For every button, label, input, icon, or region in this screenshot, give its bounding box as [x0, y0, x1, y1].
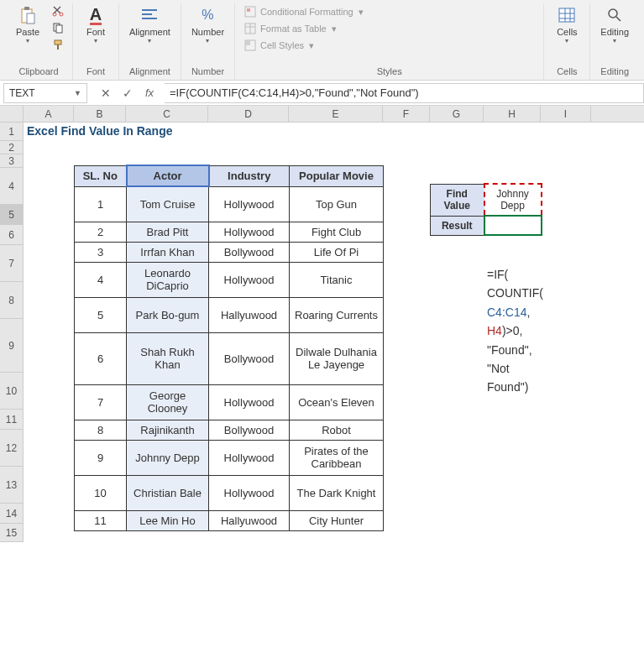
fx-button[interactable]: fx [139, 85, 160, 102]
row-header[interactable]: 7 [0, 245, 24, 282]
ribbon-group-font: A Font ▾ Font [73, 3, 119, 80]
table-row: 10Christian BaleHollywoodThe Dark Knight [75, 475, 384, 510]
find-value-cell[interactable]: Johnny Depp [484, 184, 542, 216]
cell-industry[interactable]: Bollywood [209, 242, 290, 262]
row-header[interactable]: 2 [0, 141, 24, 154]
conditional-formatting-button[interactable]: Conditional Formatting▾ [240, 3, 367, 20]
cell-slno[interactable]: 1 [75, 186, 127, 222]
cell-movie[interactable]: Top Gun [290, 186, 384, 222]
table-icon [243, 22, 257, 35]
cell-movie[interactable]: Fight Club [290, 222, 384, 242]
copy-button[interactable] [49, 20, 67, 35]
row-header[interactable]: 12 [0, 430, 24, 467]
cell-actor[interactable]: Christian Bale [127, 475, 209, 510]
th-industry: Industry [209, 165, 290, 186]
cell-actor[interactable]: Brad Pitt [127, 222, 209, 242]
row-header[interactable]: 14 [0, 504, 24, 524]
format-painter-button[interactable] [49, 37, 67, 52]
cell-actor[interactable]: Park Bo-gum [127, 297, 209, 332]
cell-actor[interactable]: Lee Min Ho [127, 510, 209, 530]
cell-industry[interactable]: Hallyuwood [209, 510, 290, 530]
format-as-table-button[interactable]: Format as Table▾ [240, 20, 367, 37]
row-header[interactable]: 11 [0, 410, 24, 430]
cell-slno[interactable]: 7 [75, 384, 127, 420]
select-all-corner[interactable] [0, 106, 24, 122]
cell-actor[interactable]: Leonardo DiCaprio [127, 262, 209, 297]
row-header[interactable]: 1 [0, 123, 24, 141]
cut-button[interactable] [49, 3, 67, 18]
cell-actor[interactable]: Rajinikanth [127, 420, 209, 440]
cell-movie[interactable]: Life Of Pi [290, 242, 384, 262]
cell-industry[interactable]: Hollywood [209, 475, 290, 510]
formula-input[interactable]: =IF(COUNTIF(C4:C14,H4)>0,"Found","Not Fo… [165, 83, 644, 103]
caret-icon: ▾ [206, 37, 209, 44]
cell-slno[interactable]: 11 [75, 510, 127, 530]
ribbon-group-label: Styles [240, 64, 538, 80]
cell-movie[interactable]: Ocean's Eleven [290, 384, 384, 420]
cell-movie[interactable]: Dilwale Dulhania Le Jayenge [290, 332, 384, 384]
cell-industry[interactable]: Hollywood [209, 186, 290, 222]
cell-slno[interactable]: 10 [75, 475, 127, 510]
cell-movie[interactable]: Roaring Currents [290, 297, 384, 332]
alignment-icon [139, 5, 160, 25]
row-header[interactable]: 10 [0, 373, 24, 410]
row-header[interactable]: 13 [0, 467, 24, 504]
column-header[interactable]: C [126, 106, 208, 122]
cell-industry[interactable]: Bollywood [209, 332, 290, 384]
cell-movie[interactable]: Titanic [290, 262, 384, 297]
cell-industry[interactable]: Hollywood [209, 222, 290, 242]
column-header[interactable]: H [484, 106, 541, 122]
alignment-button[interactable]: Alignment ▾ [124, 3, 175, 46]
cell-industry[interactable]: Hollywood [209, 384, 290, 420]
cell-slno[interactable]: 9 [75, 440, 127, 475]
cells-area[interactable]: Excel Find Value In Range SL. No Actor I… [24, 123, 644, 658]
cell-slno[interactable]: 4 [75, 262, 127, 297]
cell-actor[interactable]: Shah Rukh Khan [127, 332, 209, 384]
row-header[interactable]: 15 [0, 524, 24, 542]
cell-movie[interactable]: Pirates of the Caribbean [290, 440, 384, 475]
cell-industry[interactable]: Hollywood [209, 262, 290, 297]
cells-button[interactable]: Cells ▾ [549, 3, 584, 46]
cell-slno[interactable]: 5 [75, 297, 127, 332]
cancel-formula-button[interactable]: ✕ [96, 85, 116, 102]
column-header[interactable]: A [24, 106, 74, 122]
cell-industry[interactable]: Hollywood [209, 440, 290, 475]
column-header[interactable]: F [383, 106, 430, 122]
row-header[interactable]: 4 [0, 168, 24, 205]
result-cell[interactable] [484, 216, 542, 235]
number-button[interactable]: % Number ▾ [186, 3, 229, 46]
cell-slno[interactable]: 2 [75, 222, 127, 242]
table-row: 11Lee Min HoHallyuwoodCity Hunter [75, 510, 384, 530]
cell-actor[interactable]: George Clooney [127, 384, 209, 420]
cell-actor[interactable]: Tom Cruise [127, 186, 209, 222]
enter-formula-button[interactable]: ✓ [118, 85, 138, 102]
column-header[interactable]: E [289, 106, 383, 122]
cell-actor[interactable]: Irrfan Khan [127, 242, 209, 262]
cell-industry[interactable]: Hallyuwood [209, 297, 290, 332]
editing-button[interactable]: Editing ▾ [595, 3, 634, 46]
column-header[interactable]: I [541, 106, 591, 122]
name-box[interactable]: TEXT ▼ [3, 83, 87, 103]
dropdown-icon[interactable]: ▼ [74, 89, 81, 97]
column-header[interactable]: D [208, 106, 289, 122]
row-header[interactable]: 6 [0, 225, 24, 245]
cell-actor[interactable]: Johnny Depp [127, 440, 209, 475]
cell-styles-button[interactable]: Cell Styles▾ [240, 37, 367, 54]
row-header[interactable]: 5 [0, 205, 24, 225]
column-header[interactable]: G [430, 106, 484, 122]
cell-slno[interactable]: 6 [75, 332, 127, 384]
cell-industry[interactable]: Bollywood [209, 420, 290, 440]
svg-point-24 [609, 9, 617, 18]
find-table: Find Value Johnny Depp Result [430, 183, 542, 236]
paste-button[interactable]: Paste ▾ [10, 3, 45, 46]
column-header[interactable]: B [74, 106, 126, 122]
cell-slno[interactable]: 3 [75, 242, 127, 262]
cell-slno[interactable]: 8 [75, 420, 127, 440]
row-header[interactable]: 9 [0, 319, 24, 373]
cell-movie[interactable]: City Hunter [290, 510, 384, 530]
row-header[interactable]: 8 [0, 282, 24, 319]
row-header[interactable]: 3 [0, 154, 24, 168]
font-button[interactable]: A Font ▾ [78, 3, 113, 46]
cell-movie[interactable]: Robot [290, 420, 384, 440]
cell-movie[interactable]: The Dark Knight [290, 475, 384, 510]
